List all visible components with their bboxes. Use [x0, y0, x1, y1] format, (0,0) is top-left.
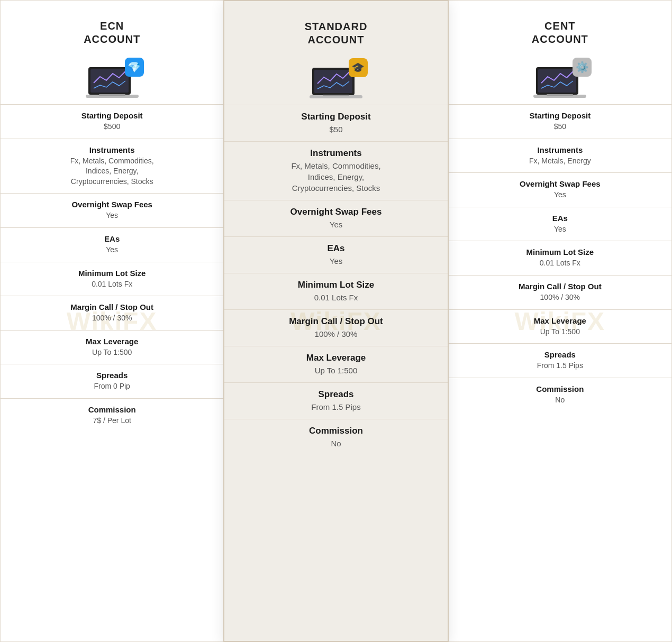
standard-starting-deposit-value: $50	[234, 124, 438, 135]
ecn-eas-label: EAs	[10, 234, 214, 243]
ecn-header: ECNACCOUNT 💎	[1, 1, 223, 104]
standard-badge: 🎓	[349, 58, 368, 77]
ecn-account-card: WikiFX ECNACCOUNT 💎 Starting Deposit $	[0, 0, 223, 642]
ecn-margin: Margin Call / Stop Out 100% / 30%	[1, 296, 223, 330]
standard-margin: Margin Call / Stop Out 100% / 30%	[224, 309, 447, 346]
cent-min-lot-value: 0.01 Lots Fx	[458, 258, 662, 269]
cent-account-card: WikiFX CENTACCOUNT ⚙️ Starting Deposit $…	[449, 0, 672, 642]
standard-min-lot-value: 0.01 Lots Fx	[234, 292, 438, 303]
cent-min-lot-label: Minimum Lot Size	[458, 247, 662, 256]
ecn-commission-label: Commission	[10, 405, 214, 414]
svg-rect-7	[323, 95, 349, 96]
cent-eas-label: EAs	[458, 214, 662, 223]
ecn-instruments: Instruments Fx, Metals, Commodities,Indi…	[1, 139, 223, 194]
standard-title: STANDARDACCOUNT	[224, 8, 447, 51]
cent-instruments-label: Instruments	[458, 145, 662, 154]
standard-overnight-value: Yes	[234, 219, 438, 230]
ecn-spreads: Spreads From 0 Pip	[1, 364, 223, 398]
ecn-badge: 💎	[125, 58, 144, 77]
standard-instruments-label: Instruments	[234, 148, 438, 159]
cent-margin-label: Margin Call / Stop Out	[458, 282, 662, 291]
standard-overnight: Overnight Swap Fees Yes	[224, 200, 447, 236]
cent-spreads-value: From 1.5 Pips	[458, 361, 662, 371]
standard-instruments: Instruments Fx, Metals, Commodities,Indi…	[224, 141, 447, 200]
standard-commission: Commission No	[224, 419, 447, 455]
cent-starting-deposit: Starting Deposit $50	[449, 104, 671, 139]
standard-commission-label: Commission	[234, 426, 438, 436]
ecn-spreads-value: From 0 Pip	[10, 381, 214, 392]
ecn-margin-value: 100% / 30%	[10, 313, 214, 324]
cent-leverage-value: Up To 1:500	[458, 327, 662, 337]
ecn-instruments-value: Fx, Metals, Commodities,Indices, Energy,…	[10, 156, 214, 187]
cent-overnight-value: Yes	[458, 190, 662, 200]
standard-spreads-label: Spreads	[234, 389, 438, 400]
cent-eas: EAs Yes	[449, 207, 671, 241]
ecn-starting-deposit: Starting Deposit $500	[1, 104, 223, 139]
cent-commission: Commission No	[449, 378, 671, 412]
standard-eas-value: Yes	[234, 255, 438, 267]
cent-commission-label: Commission	[458, 384, 662, 393]
cent-overnight: Overnight Swap Fees Yes	[449, 172, 671, 207]
cent-starting-deposit-value: $50	[458, 122, 662, 132]
cent-leverage: Max Leverage Up To 1:500	[449, 309, 671, 344]
cent-commission-value: No	[458, 395, 662, 406]
ecn-eas: EAs Yes	[1, 227, 223, 262]
standard-eas: EAs Yes	[224, 236, 447, 273]
cent-instruments-value: Fx, Metals, Energy	[458, 156, 662, 167]
ecn-leverage: Max Leverage Up To 1:500	[1, 330, 223, 364]
ecn-starting-deposit-value: $500	[10, 122, 214, 132]
standard-overnight-label: Overnight Swap Fees	[234, 207, 438, 217]
svg-rect-3	[99, 94, 125, 96]
ecn-eas-value: Yes	[10, 245, 214, 255]
standard-spreads: Spreads From 1.5 Pips	[224, 382, 447, 419]
cent-margin: Margin Call / Stop Out 100% / 30%	[449, 275, 671, 309]
standard-instruments-value: Fx, Metals, Commodities,Indices, Energy,…	[234, 160, 438, 194]
standard-leverage-value: Up To 1:500	[234, 365, 438, 376]
cent-spreads: Spreads From 1.5 Pips	[449, 343, 671, 378]
ecn-overnight-label: Overnight Swap Fees	[10, 200, 214, 209]
accounts-container: WikiFX ECNACCOUNT 💎 Starting Deposit $	[0, 0, 672, 642]
standard-min-lot-label: Minimum Lot Size	[234, 280, 438, 290]
cent-icon: ⚙️	[528, 57, 592, 104]
standard-margin-label: Margin Call / Stop Out	[234, 316, 438, 327]
ecn-leverage-label: Max Leverage	[10, 337, 214, 346]
ecn-min-lot-value: 0.01 Lots Fx	[10, 279, 214, 290]
standard-leverage: Max Leverage Up To 1:500	[224, 346, 447, 382]
cent-overnight-label: Overnight Swap Fees	[458, 179, 662, 188]
cent-instruments: Instruments Fx, Metals, Energy	[449, 139, 671, 173]
cent-margin-value: 100% / 30%	[458, 292, 662, 303]
standard-starting-deposit: Starting Deposit $50	[224, 105, 447, 141]
cent-header: CENTACCOUNT ⚙️	[449, 1, 671, 104]
ecn-min-lot: Minimum Lot Size 0.01 Lots Fx	[1, 262, 223, 296]
ecn-min-lot-label: Minimum Lot Size	[10, 269, 214, 278]
standard-leverage-label: Max Leverage	[234, 353, 438, 363]
svg-rect-11	[547, 94, 573, 96]
ecn-title: ECNACCOUNT	[1, 8, 223, 50]
standard-account-card: WikiFX STANDARDACCOUNT 🎓 Starting Deposi…	[223, 0, 448, 642]
ecn-leverage-value: Up To 1:500	[10, 347, 214, 358]
ecn-starting-deposit-label: Starting Deposit	[10, 111, 214, 120]
standard-min-lot: Minimum Lot Size 0.01 Lots Fx	[224, 273, 447, 309]
standard-margin-value: 100% / 30%	[234, 328, 438, 340]
standard-commission-value: No	[234, 438, 438, 449]
ecn-commission-value: 7$ / Per Lot	[10, 416, 214, 426]
ecn-instruments-label: Instruments	[10, 145, 214, 154]
cent-leverage-label: Max Leverage	[458, 316, 662, 325]
standard-spreads-value: From 1.5 Pips	[234, 401, 438, 412]
cent-spreads-label: Spreads	[458, 350, 662, 359]
standard-eas-label: EAs	[234, 243, 438, 254]
cent-min-lot: Minimum Lot Size 0.01 Lots Fx	[449, 241, 671, 275]
ecn-commission: Commission 7$ / Per Lot	[1, 398, 223, 433]
standard-starting-deposit-label: Starting Deposit	[234, 112, 438, 122]
cent-title: CENTACCOUNT	[449, 8, 671, 50]
ecn-overnight: Overnight Swap Fees Yes	[1, 193, 223, 227]
cent-badge: ⚙️	[573, 58, 592, 77]
cent-eas-value: Yes	[458, 224, 662, 235]
standard-header: STANDARDACCOUNT 🎓	[224, 1, 447, 105]
cent-starting-deposit-label: Starting Deposit	[458, 111, 662, 120]
ecn-overnight-value: Yes	[10, 210, 214, 221]
standard-icon: 🎓	[304, 57, 368, 105]
ecn-margin-label: Margin Call / Stop Out	[10, 302, 214, 311]
ecn-spreads-label: Spreads	[10, 371, 214, 380]
ecn-icon: 💎	[80, 57, 144, 104]
